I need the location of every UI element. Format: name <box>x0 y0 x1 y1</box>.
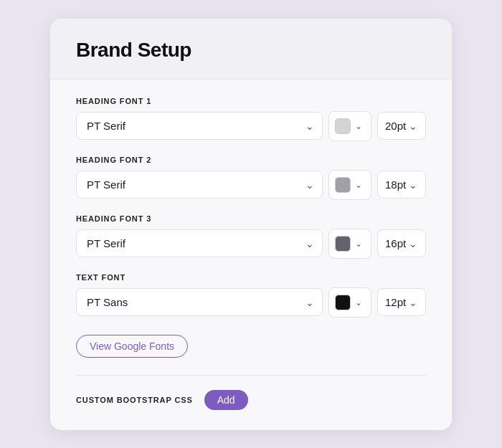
heading-font-2-select[interactable]: PT Serif <box>76 171 323 199</box>
heading-font-3-label: HEADING FONT 3 <box>76 214 426 223</box>
heading-font-1-color-swatch <box>335 118 351 134</box>
heading-font-1-label: HEADING FONT 1 <box>76 97 426 105</box>
heading-font-2-label: HEADING FONT 2 <box>76 156 426 164</box>
card-header: Brand Setup <box>50 19 452 80</box>
text-font-select[interactable]: PT Sans <box>76 288 323 316</box>
heading-font-1-select[interactable]: PT Serif <box>76 112 323 140</box>
heading-font-2-color-chevron-icon: ⌄ <box>355 180 362 190</box>
divider <box>76 375 426 376</box>
heading-font-3-color-swatch <box>335 236 351 252</box>
text-font-label: TEXT FONT <box>76 273 426 282</box>
heading-font-1-color-chevron-icon: ⌄ <box>355 121 362 131</box>
heading-font-3-row: HEADING FONT 3 PT Serif ⌄ ⌄ 16pt ⌄ <box>76 214 426 259</box>
heading-font-2-size-select[interactable]: 18pt <box>377 171 426 199</box>
brand-setup-card: Brand Setup HEADING FONT 1 PT Serif ⌄ ⌄ <box>50 19 452 430</box>
text-font-select-wrapper: PT Sans ⌄ <box>76 288 323 316</box>
text-font-color-button[interactable]: ⌄ <box>328 287 371 318</box>
heading-font-2-color-button[interactable]: ⌄ <box>328 170 371 200</box>
text-font-size-select[interactable]: 12pt <box>377 288 426 316</box>
text-font-size-wrapper: 12pt ⌄ <box>377 288 426 316</box>
heading-font-1-controls: PT Serif ⌄ ⌄ 20pt ⌄ <box>76 111 426 141</box>
heading-font-1-size-wrapper: 20pt ⌄ <box>377 112 426 140</box>
heading-font-2-color-swatch <box>335 177 351 193</box>
heading-font-3-controls: PT Serif ⌄ ⌄ 16pt ⌄ <box>76 229 426 259</box>
view-google-fonts-button[interactable]: View Google Fonts <box>76 335 188 358</box>
custom-css-row: CUSTOM BOOTSTRAP CSS Add <box>76 390 426 410</box>
heading-font-3-color-button[interactable]: ⌄ <box>328 229 371 259</box>
custom-css-label: CUSTOM BOOTSTRAP CSS <box>76 396 193 404</box>
heading-font-1-row: HEADING FONT 1 PT Serif ⌄ ⌄ 20pt ⌄ <box>76 97 426 141</box>
heading-font-1-color-button[interactable]: ⌄ <box>328 111 371 141</box>
heading-font-3-size-select[interactable]: 16pt <box>377 229 426 257</box>
heading-font-2-row: HEADING FONT 2 PT Serif ⌄ ⌄ 18pt ⌄ <box>76 156 426 200</box>
heading-font-3-select[interactable]: PT Serif <box>76 229 323 257</box>
heading-font-2-select-wrapper: PT Serif ⌄ <box>76 171 323 199</box>
page-title: Brand Setup <box>76 39 426 62</box>
heading-font-1-select-wrapper: PT Serif ⌄ <box>76 112 323 140</box>
heading-font-3-color-chevron-icon: ⌄ <box>355 239 362 249</box>
heading-font-1-size-select[interactable]: 20pt <box>377 112 426 140</box>
heading-font-3-size-wrapper: 16pt ⌄ <box>377 229 426 257</box>
text-font-color-swatch <box>335 295 351 310</box>
heading-font-2-controls: PT Serif ⌄ ⌄ 18pt ⌄ <box>76 170 426 200</box>
card-body: HEADING FONT 1 PT Serif ⌄ ⌄ 20pt ⌄ <box>50 80 452 430</box>
heading-font-2-size-wrapper: 18pt ⌄ <box>377 171 426 199</box>
text-font-controls: PT Sans ⌄ ⌄ 12pt ⌄ <box>76 287 426 318</box>
add-button[interactable]: Add <box>204 390 248 410</box>
text-font-row: TEXT FONT PT Sans ⌄ ⌄ 12pt ⌄ <box>76 273 426 318</box>
view-google-fonts-label: View Google Fonts <box>90 340 174 352</box>
text-font-color-chevron-icon: ⌄ <box>355 297 362 308</box>
heading-font-3-select-wrapper: PT Serif ⌄ <box>76 229 323 257</box>
